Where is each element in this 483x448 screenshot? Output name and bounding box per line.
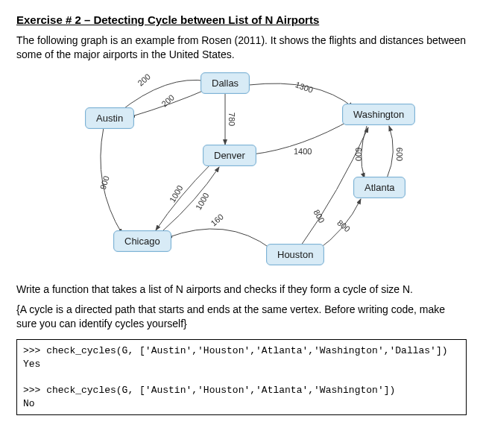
node-austin: Austin (85, 107, 134, 129)
code-line-1: >>> check_cycles(G, ['Austin','Houston',… (23, 345, 448, 356)
node-atlanta: Atlanta (353, 177, 405, 198)
code-example: >>> check_cycles(G, ['Austin','Houston',… (16, 339, 467, 415)
intro-text: The following graph is an example from R… (16, 34, 467, 62)
edge-denver-washington: 1400 (294, 147, 312, 156)
exercise-title: Exercise # 2 – Detecting Cycle between L… (16, 13, 467, 26)
edge-washington-atlanta-a: 600 (354, 148, 363, 161)
edge-washington-atlanta-b: 600 (395, 148, 404, 161)
edge-dallas-denver: 780 (227, 113, 236, 126)
hint-text: {A cycle is a directed path that starts … (16, 303, 467, 331)
node-denver: Denver (203, 145, 256, 166)
task-text: Write a function that takes a list of N … (16, 283, 467, 297)
code-out-2: No (23, 398, 35, 409)
code-out-1: Yes (23, 359, 40, 370)
graph-edges (18, 66, 465, 275)
node-dallas: Dallas (201, 72, 250, 94)
node-washington: Washington (342, 104, 415, 125)
code-line-2: >>> check_cycles(G, ['Austin','Houston',… (23, 385, 395, 396)
node-houston: Houston (266, 244, 324, 265)
airport-graph: 200 200 1300 780 1400 600 600 900 1000 1… (18, 66, 465, 275)
node-chicago: Chicago (113, 230, 171, 252)
